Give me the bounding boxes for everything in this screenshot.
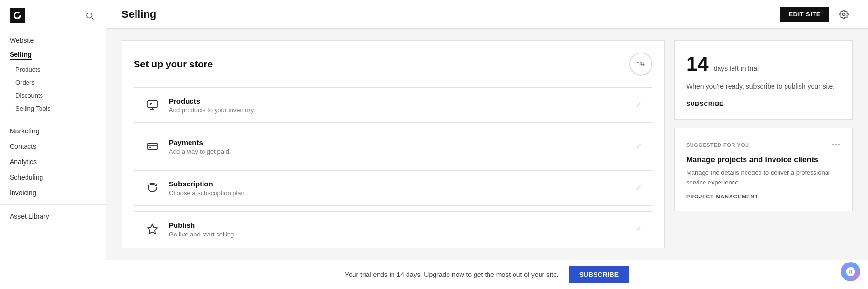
publish-check-icon: ✓ xyxy=(635,224,642,235)
page-header: Selling EDIT SITE xyxy=(106,0,868,29)
sidebar-item-invoicing[interactable]: Invoicing xyxy=(0,185,106,200)
payments-check-icon: ✓ xyxy=(635,141,642,152)
search-button[interactable] xyxy=(83,10,96,24)
sidebar-item-marketing[interactable]: Marketing xyxy=(0,123,106,139)
suggestion-description: Manage the details needed to deliver a p… xyxy=(686,168,841,187)
sidebar-item-website[interactable]: Website xyxy=(0,33,106,48)
svg-line-2 xyxy=(92,17,94,19)
banner-subscribe-button[interactable]: SUBSCRIBE xyxy=(569,266,629,283)
sidebar-item-analytics[interactable]: Analytics xyxy=(0,154,106,170)
subscription-icon xyxy=(144,179,161,197)
publish-step-desc: Go live and start selling. xyxy=(169,231,236,238)
sidebar-item-scheduling[interactable]: Scheduling xyxy=(0,170,106,185)
sidebar-item-orders[interactable]: Orders xyxy=(0,76,106,89)
main-content: Selling EDIT SITE Set up your store 0% xyxy=(106,0,868,289)
sidebar-item-selling-wrapper: Selling xyxy=(0,48,106,63)
suggestion-card: SUGGESTED FOR YOU ··· Manage projects an… xyxy=(674,128,853,211)
subscription-step-desc: Choose a subscription plan. xyxy=(169,189,246,197)
trial-card: 14 days left in trial When you're ready,… xyxy=(674,40,853,120)
payments-step-title: Payments xyxy=(169,138,231,146)
setup-item-publish-left: Publish Go live and start selling. xyxy=(144,221,236,238)
sidebar: Website Selling Products Orders Discount… xyxy=(0,0,106,289)
page-title: Selling xyxy=(122,8,156,21)
setup-item-payments[interactable]: Payments Add a way to get paid. ✓ xyxy=(134,129,652,164)
suggestion-title: Manage projects and invoice clients xyxy=(686,156,841,164)
nav-divider-2 xyxy=(0,204,106,205)
sidebar-item-selling[interactable]: Selling xyxy=(10,51,32,60)
trial-header: 14 days left in trial xyxy=(686,53,841,76)
logo[interactable] xyxy=(10,8,25,25)
svg-marker-9 xyxy=(148,224,157,234)
suggested-for-you-label: SUGGESTED FOR YOU xyxy=(686,142,749,148)
setup-item-subscription[interactable]: Subscription Choose a subscription plan.… xyxy=(134,170,652,206)
content-area: Set up your store 0% xyxy=(106,29,868,260)
setup-item-subscription-text: Subscription Choose a subscription plan. xyxy=(169,180,246,197)
bottom-banner: Your trial ends in 14 days. Upgrade now … xyxy=(106,260,868,289)
sidebar-item-contacts[interactable]: Contacts xyxy=(0,139,106,154)
trial-subscribe-button[interactable]: SUBSCRIBE xyxy=(686,101,724,107)
nav-divider-1 xyxy=(0,119,106,119)
setup-item-payments-left: Payments Add a way to get paid. xyxy=(144,138,231,155)
setup-header: Set up your store 0% xyxy=(134,53,652,76)
setup-item-payments-text: Payments Add a way to get paid. xyxy=(169,138,231,155)
sidebar-item-products[interactable]: Products xyxy=(0,63,106,76)
setup-item-products[interactable]: Products Add products to your inventory.… xyxy=(134,87,652,123)
sidebar-header xyxy=(0,8,106,33)
setup-item-subscription-left: Subscription Choose a subscription plan. xyxy=(144,179,246,197)
products-step-title: Products xyxy=(169,97,255,105)
edit-site-button[interactable]: EDIT SITE xyxy=(780,7,829,22)
suggestion-tag: PROJECT MANAGEMENT xyxy=(686,194,841,199)
setup-store-card: Set up your store 0% xyxy=(122,40,665,248)
sidebar-nav: Website Selling Products Orders Discount… xyxy=(0,33,106,224)
sidebar-item-selling-tools[interactable]: Selling Tools xyxy=(0,102,106,115)
products-check-icon: ✓ xyxy=(635,100,642,110)
payments-step-desc: Add a way to get paid. xyxy=(169,148,231,155)
svg-point-1 xyxy=(87,13,92,18)
subscription-step-title: Subscription xyxy=(169,180,246,188)
svg-rect-0 xyxy=(10,8,25,23)
banner-text: Your trial ends in 14 days. Upgrade now … xyxy=(345,271,559,278)
sidebar-item-discounts[interactable]: Discounts xyxy=(0,89,106,102)
right-panel: 14 days left in trial When you're ready,… xyxy=(674,40,853,248)
settings-button[interactable] xyxy=(835,6,853,23)
header-actions: EDIT SITE xyxy=(780,6,853,23)
suggestion-header: SUGGESTED FOR YOU ··· xyxy=(686,140,841,150)
setup-title: Set up your store xyxy=(134,59,213,70)
setup-item-products-text: Products Add products to your inventory. xyxy=(169,97,255,114)
ai-assistant-icon[interactable] xyxy=(841,262,860,281)
publish-step-title: Publish xyxy=(169,221,236,229)
publish-icon xyxy=(144,221,161,238)
payments-icon xyxy=(144,138,161,155)
subscription-check-icon: ✓ xyxy=(635,183,642,193)
trial-days-number: 14 xyxy=(686,53,709,76)
suggestion-more-button[interactable]: ··· xyxy=(832,140,841,150)
setup-item-publish-text: Publish Go live and start selling. xyxy=(169,221,236,238)
trial-description: When you're ready, subscribe to publish … xyxy=(686,81,841,92)
setup-item-publish[interactable]: Publish Go live and start selling. ✓ xyxy=(134,211,652,247)
setup-item-products-left: Products Add products to your inventory. xyxy=(144,96,255,114)
svg-rect-5 xyxy=(148,143,157,150)
sidebar-item-asset-library[interactable]: Asset Library xyxy=(0,209,106,224)
svg-point-3 xyxy=(843,13,845,15)
svg-rect-4 xyxy=(148,101,157,107)
progress-circle: 0% xyxy=(629,53,652,76)
products-icon xyxy=(144,96,161,114)
trial-days-label: days left in trial xyxy=(714,65,759,72)
products-step-desc: Add products to your inventory. xyxy=(169,106,255,114)
